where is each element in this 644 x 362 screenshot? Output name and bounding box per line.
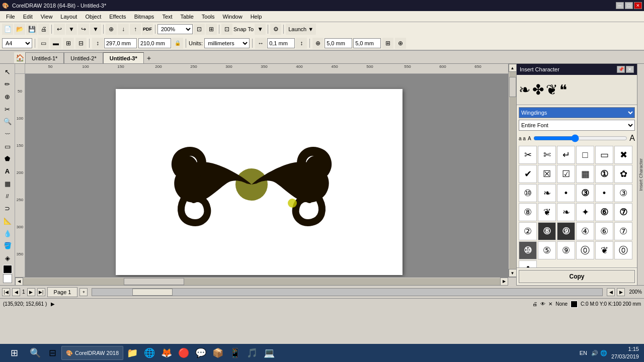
menu-file[interactable]: File — [2, 13, 19, 21]
char-cell[interactable]: ☒ — [538, 165, 556, 183]
save-button[interactable]: 💾 — [26, 24, 37, 35]
char-cell[interactable]: ④ — [576, 222, 594, 240]
char-cell[interactable]: ✂ — [519, 146, 537, 164]
char-cell[interactable]: ❧ — [538, 184, 556, 202]
scroll-up-button[interactable]: ▲ — [509, 64, 517, 72]
char-cell[interactable]: ❦ — [538, 203, 556, 221]
page-first-button[interactable]: |◀ — [2, 288, 10, 296]
start-button[interactable]: ⊞ — [2, 345, 26, 360]
zoom-full[interactable]: ⊡ — [194, 24, 205, 35]
taskbar-icon-9[interactable]: 💻 — [261, 345, 277, 360]
zoom-tool[interactable]: 🔍 — [2, 116, 14, 128]
home-btn[interactable]: 🏠 — [14, 52, 25, 63]
open-button[interactable]: 📂 — [14, 24, 25, 35]
close-button[interactable]: ✕ — [634, 2, 642, 9]
char-cell[interactable]: ② — [519, 222, 537, 240]
char-cell[interactable]: • — [595, 184, 613, 202]
scroll-v-track[interactable] — [509, 72, 516, 269]
char-cell[interactable]: ✄ — [538, 146, 556, 164]
lock-aspect-btn[interactable]: 🔒 — [172, 38, 183, 49]
options-btn[interactable]: ⚙ — [270, 24, 281, 35]
add-page-btn[interactable]: ⊕ — [395, 38, 406, 49]
measure-tool[interactable]: 📐 — [2, 215, 14, 227]
char-cell[interactable]: ❦ — [595, 241, 613, 259]
import-btn[interactable]: ↓ — [118, 24, 129, 35]
zoom-select[interactable]: 200% — [157, 24, 193, 34]
taskbar-icon-8[interactable]: 🎵 — [244, 345, 260, 360]
page-border-btn[interactable]: ⊞ — [382, 38, 393, 49]
redo-dropdown[interactable]: ▼ — [90, 24, 101, 35]
parallel-tool[interactable]: // — [2, 190, 14, 202]
freehand-tool[interactable]: ✏ — [2, 78, 14, 90]
menu-object[interactable]: Object — [81, 13, 105, 21]
search-taskbar-button[interactable]: 🔍 — [27, 345, 43, 360]
canvas-white[interactable] — [25, 74, 508, 277]
char-cell[interactable]: ⑦ — [614, 203, 632, 221]
vertical-scrollbar[interactable]: ▲ ▼ — [508, 64, 516, 277]
width-up[interactable]: ↕ — [92, 38, 103, 49]
page-tab[interactable]: Page 1 — [47, 287, 78, 297]
crop-tool[interactable]: ✂ — [2, 103, 14, 115]
undo-dropdown[interactable]: ▼ — [66, 24, 77, 35]
interactive-fill[interactable]: ◈ — [2, 252, 14, 264]
menu-effects[interactable]: Effects — [105, 13, 130, 21]
menu-window[interactable]: Window — [219, 13, 247, 21]
menu-edit[interactable]: Edit — [19, 13, 37, 21]
char-cell[interactable]: • — [557, 184, 575, 202]
copy-button[interactable]: Copy — [519, 270, 635, 283]
char-cell[interactable]: ⑥ — [595, 203, 613, 221]
page-last-button[interactable]: ▶| — [37, 288, 45, 296]
tab-untitled1[interactable]: Untitled-1* — [25, 52, 64, 63]
menu-table[interactable]: Table — [177, 13, 198, 21]
landscape-btn[interactable]: ▬ — [50, 38, 61, 49]
menu-bitmaps[interactable]: Bitmaps — [130, 13, 158, 21]
print-button[interactable]: 🖨 — [38, 24, 49, 35]
char-cell[interactable]: ⑩ — [519, 184, 537, 202]
menu-help[interactable]: Help — [247, 13, 266, 21]
char-cell[interactable]: ⑧ — [538, 222, 556, 240]
select-tool[interactable]: ↖ — [2, 66, 14, 78]
char-cell[interactable]: ⑨ — [557, 241, 575, 259]
scroll-right-button[interactable]: ▶ — [500, 278, 508, 286]
char-cell[interactable]: ③ — [576, 184, 594, 202]
char-cell[interactable]: ✦ — [576, 203, 594, 221]
text-tool[interactable]: A — [2, 165, 14, 177]
size-slider[interactable] — [533, 134, 628, 142]
tab-untitled2[interactable]: Untitled-2* — [64, 52, 103, 63]
taskbar-app-coreldraw[interactable]: 🎨 CorelDRAW 2018 — [61, 346, 123, 360]
portrait-btn[interactable]: ▭ — [38, 38, 49, 49]
char-cell[interactable]: □ — [576, 146, 594, 164]
insert-char-vertical-label[interactable]: Insert Character — [637, 64, 644, 285]
char-cell[interactable]: ⓪ — [614, 241, 632, 259]
char-cell[interactable]: ⑨ — [557, 222, 575, 240]
width-input[interactable] — [104, 38, 137, 48]
fill-tool[interactable]: 🪣 — [2, 240, 14, 252]
table-tool[interactable]: ▦ — [2, 177, 14, 190]
new-button[interactable]: 📄 — [2, 24, 13, 35]
char-cell[interactable]: ✖ — [614, 146, 632, 164]
redo-button[interactable]: ↪ — [78, 24, 89, 35]
char-cell[interactable]: ③ — [614, 184, 632, 202]
char-cell[interactable]: ☑ — [557, 165, 575, 183]
char-cell[interactable]: ❧ — [557, 203, 575, 221]
scroll-left-button[interactable]: ◀ — [15, 278, 23, 286]
char-cell[interactable]: ⑧ — [519, 203, 537, 221]
scroll-v-thumb[interactable] — [509, 77, 516, 97]
zoom-page[interactable]: ⊞ — [206, 24, 217, 35]
taskbar-icon-6[interactable]: 📦 — [210, 345, 226, 360]
char-cell[interactable]: ⑦ — [614, 222, 632, 240]
scroll-h-thumb[interactable] — [124, 278, 184, 285]
nudge-arrows[interactable]: ↕ — [296, 38, 307, 49]
panel-header-buttons[interactable]: 📌 ✕ — [617, 66, 634, 73]
undo-button[interactable]: ↩ — [54, 24, 65, 35]
char-cell[interactable]: ✿ — [614, 165, 632, 183]
snap-dropdown[interactable]: ▼ — [255, 24, 266, 35]
pos-y-input[interactable] — [353, 38, 381, 48]
page-settings-btn[interactable]: ⊞ — [63, 38, 74, 49]
height-input[interactable] — [138, 38, 171, 48]
export-btn[interactable]: ↑ — [130, 24, 141, 35]
tab-untitled3[interactable]: Untitled-3* — [103, 52, 144, 63]
horizontal-scrollbar[interactable]: ◀ ▶ — [15, 277, 516, 285]
page-view-btn[interactable]: ⊟ — [75, 38, 87, 49]
taskbar-icon-7[interactable]: 📱 — [227, 345, 243, 360]
